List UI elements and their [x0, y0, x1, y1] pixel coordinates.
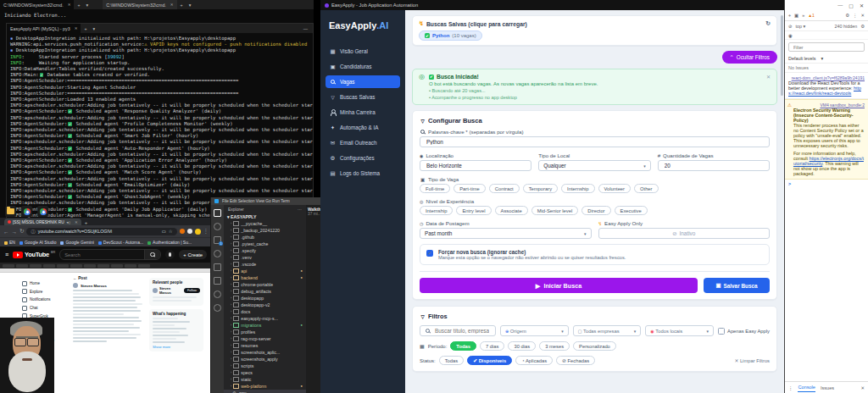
chevron-down-icon[interactable]: ▾ [91, 26, 98, 31]
extension-icon[interactable] [187, 229, 192, 234]
companies-select[interactable]: ▢ Todas empresas▾ [573, 325, 642, 336]
address-bar[interactable]: ⓘ youtube.com/watch?v=OSUjKLOGlVi ▭ ☆ [26, 228, 176, 235]
workspace-root[interactable]: ▾ EASYAPPLY [224, 213, 306, 220]
experience-chip[interactable]: Executive [615, 206, 648, 215]
file-tree-item[interactable]: › rag-mcp-server [224, 335, 306, 342]
period-chip[interactable]: Todas [450, 341, 476, 351]
filter-search-input[interactable] [433, 327, 491, 335]
keywords-field[interactable] [420, 136, 770, 147]
location-field[interactable] [420, 160, 531, 171]
quantity-field[interactable] [658, 160, 770, 171]
device-toolbar-icon[interactable]: ▣ [794, 13, 798, 18]
sidebar-item[interactable]: Buscas Salvas [326, 91, 400, 103]
experience-chip[interactable]: Director [581, 206, 610, 215]
sidebar-item[interactable]: Configurações [326, 152, 400, 164]
follow-button[interactable]: Follow [184, 288, 200, 293]
force-search-option[interactable]: ✔ Forçar nova busca (ignorar cache) Marq… [420, 244, 770, 265]
hamburger-icon[interactable]: ≡ [5, 252, 8, 257]
job-type-chip[interactable]: Internship [561, 184, 594, 193]
file-tree-item[interactable]: › api ● [224, 268, 306, 274]
search-input[interactable] [60, 252, 144, 257]
browser-tab[interactable]: [SS] MÍSSIL ORESHNIK RU ◄) ✕ [4, 219, 81, 225]
mic-icon[interactable] [165, 250, 175, 259]
vscode-menu-items[interactable]: File Edit Selection View Go Run Term [222, 199, 290, 203]
experience-chip[interactable]: Internship [420, 206, 453, 215]
job-type-chip[interactable]: Part-time [453, 184, 486, 193]
file-tree-item[interactable]: › desktopapp-v2 [224, 302, 306, 308]
saved-search-chip[interactable]: ✔ Python (10 vagas) [419, 30, 482, 41]
forward-icon[interactable]: → [12, 229, 18, 235]
file-tree-item[interactable]: › resumes [224, 342, 306, 349]
live-expression-row[interactable]: ◉ [785, 31, 868, 40]
file-tree-item[interactable]: › easyapply-mcp-s... [224, 315, 306, 322]
close-icon[interactable]: ✕ [75, 26, 78, 30]
console-prompt[interactable]: > [785, 180, 868, 188]
extensions-icon[interactable] [214, 263, 221, 271]
back-icon[interactable]: ← [3, 229, 9, 235]
sidebar-item[interactable]: Email Outreach [326, 136, 400, 149]
new-tab-button[interactable]: + [81, 26, 90, 31]
cast-icon[interactable]: ▭ [162, 229, 166, 234]
terminal2-tab[interactable]: EasyApply API (MySQL) - py3 ✕ [7, 24, 81, 33]
sidebar-item[interactable]: Candidaturas [326, 60, 400, 73]
warning-count-badge[interactable]: ▲1 [808, 13, 815, 18]
new-tab-button[interactable]: + [74, 3, 83, 8]
console-filter[interactable] [788, 42, 865, 52]
issues-summary[interactable]: No Issues [785, 64, 868, 73]
new-tab-button[interactable]: + [85, 220, 88, 225]
period-chip[interactable]: 3 meses [539, 341, 570, 351]
close-icon[interactable]: ✕ [766, 74, 771, 100]
origin-select[interactable]: ⊕ Origem▾ [500, 325, 569, 336]
minimize-button[interactable]: — [298, 26, 313, 31]
bookmark-item[interactable]: DevScout - Automa... [98, 240, 143, 245]
bookmark-item[interactable]: Authentication | Su... [147, 240, 192, 245]
job-type-chip[interactable]: Volunteer [598, 184, 632, 193]
chevron-down-icon[interactable]: ▾ [186, 3, 194, 8]
experience-chip[interactable]: Associate [495, 206, 528, 215]
status-chip[interactable]: Todas [439, 356, 464, 365]
vscode-menubar[interactable]: File Edit Selection View Go Run Term [211, 197, 321, 205]
file-tree-item[interactable]: › specs [224, 369, 306, 376]
start-search-button[interactable]: ▶ Iniciar Busca [420, 278, 698, 293]
search-icon[interactable] [144, 250, 160, 259]
experience-chip[interactable]: Mid-Senior level [531, 206, 579, 215]
maximize-button[interactable]: ▢ [849, 3, 854, 8]
minimize-button[interactable]: — [837, 3, 843, 8]
keywords-input[interactable] [425, 138, 765, 146]
status-chip[interactable]: ⊘ Fechadas [556, 356, 595, 365]
more-actions-icon[interactable]: ⋯ [298, 207, 302, 212]
sidebar-item[interactable]: Minha Carreira [326, 106, 400, 119]
file-tree-item[interactable]: › migrations ● [224, 322, 306, 329]
drawer-kebab-icon[interactable]: ⋮ [788, 385, 793, 390]
show-more-link[interactable]: Show more [153, 345, 200, 349]
chrome-icon[interactable] [21, 206, 32, 217]
file-tree-item[interactable]: › .venv [224, 254, 306, 261]
file-tree-item[interactable]: › scripts [224, 363, 306, 369]
file-tree-item[interactable]: › chrome-portable [224, 281, 306, 288]
location-type-select[interactable]: Qualquer▾ [538, 160, 650, 171]
sidebar-item[interactable]: Automação & IA [326, 121, 400, 134]
status-chip[interactable]: ◔ Aplicadas [515, 356, 553, 365]
new-tab-button[interactable]: + [177, 3, 186, 8]
file-tree-item-env[interactable]: ⚙ .env [224, 390, 306, 393]
testing-icon[interactable] [214, 277, 221, 285]
job-type-chip[interactable]: Other [634, 184, 659, 193]
file-tree-item[interactable]: › backend ● [224, 274, 306, 281]
bookmark-item[interactable]: Google Gemini [60, 240, 93, 245]
chevron-down-icon[interactable]: ▾ [84, 3, 92, 8]
locations-select[interactable]: ◉ Todos locais▾ [645, 325, 714, 336]
source-control-icon[interactable]: 1 [214, 236, 221, 244]
chrome-icon[interactable] [37, 206, 48, 217]
location-input[interactable] [425, 162, 526, 169]
menu-kebab-icon[interactable]: ⋮ [203, 228, 209, 235]
terminal1b-tab[interactable]: C:\WINDOWS\system32\cmd. ✕ [103, 0, 176, 9]
close-icon[interactable]: ✕ [75, 220, 78, 224]
filter-search-field[interactable] [420, 325, 496, 336]
menu-kebab-icon[interactable]: ⋮ [853, 13, 857, 18]
profile-avatar[interactable] [195, 229, 201, 235]
period-chip[interactable]: Personalizado [573, 341, 616, 351]
youtube-search[interactable] [59, 249, 161, 260]
extension-icon[interactable] [180, 229, 185, 234]
remote-icon[interactable] [214, 291, 221, 298]
create-button[interactable]: + Create [179, 250, 207, 259]
